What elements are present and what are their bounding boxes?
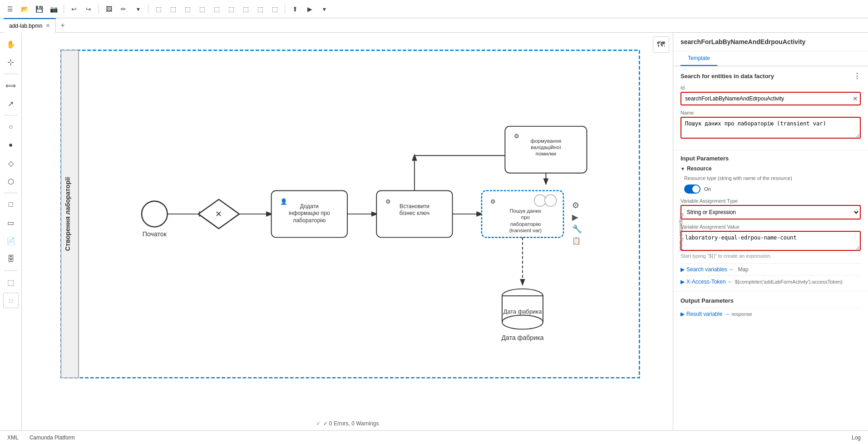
search-vars-row[interactable]: ▶ Search variables ← Map (681, 263, 861, 275)
svg-text:🔧: 🔧 (572, 224, 582, 234)
x-access-direction-icon: ← (728, 279, 733, 285)
select-tool[interactable]: ⊹ (3, 55, 19, 70)
svg-text:лабораторію: лабораторію (293, 217, 326, 224)
tool-sep1 (4, 74, 18, 74)
dashed-tool[interactable]: ⬚ (3, 293, 19, 308)
align3-btn[interactable]: ⬚ (181, 3, 194, 15)
statusbar: XML Camunda Platform Log (0, 430, 868, 444)
id-input[interactable] (681, 92, 861, 105)
save-btn[interactable]: 💾 (33, 3, 45, 15)
open-btn[interactable]: 📂 (18, 3, 31, 15)
canvas-area[interactable]: 🗺 Створення лабораторії Початок ✕ 👤 До (22, 33, 673, 430)
tab-add-lab[interactable]: add-lab.bpmn ✕ (4, 18, 56, 33)
svg-text:формування: формування (531, 138, 562, 144)
rect-tool[interactable]: □ (3, 197, 19, 212)
resource-label[interactable]: ▼ Resource (681, 165, 861, 172)
toggle-row: On (681, 185, 861, 194)
section-more-btn[interactable]: ⋮ (853, 72, 861, 80)
rounded-rect-tool[interactable]: ▭ (3, 215, 19, 230)
align6-btn[interactable]: ⬚ (225, 3, 237, 15)
align7-btn[interactable]: ⬚ (239, 3, 252, 15)
svg-text:⚙: ⚙ (385, 198, 391, 205)
props-tab-template[interactable]: Template (681, 51, 717, 66)
section-title: Search for entities in data factory ⋮ (681, 72, 861, 80)
svg-point-4 (142, 201, 168, 227)
result-var-row[interactable]: ▶ Result variable → response (681, 308, 861, 320)
tab-close-btn[interactable]: ✕ (46, 23, 50, 29)
output-params-section: Output Parameters ▶ Result variable → re… (673, 291, 868, 325)
x-access-label: X-Access-Token (686, 279, 726, 285)
resource-label-text: Resource (687, 165, 712, 172)
sep1 (64, 5, 64, 14)
diamond2-tool[interactable]: ⬡ (3, 174, 19, 189)
menu-btn[interactable]: ☰ (4, 3, 16, 15)
bpmn-diagram: Створення лабораторії Початок ✕ 👤 Додати… (22, 33, 673, 430)
redo-btn[interactable]: ↪ (82, 3, 95, 15)
svg-text:Встановити: Встановити (399, 203, 429, 210)
sep3 (148, 5, 148, 14)
diamond-tool[interactable]: ◇ (3, 155, 19, 171)
resource-chevron-icon: ▼ (681, 166, 685, 171)
doc-tool[interactable]: 📄 (3, 233, 19, 249)
svg-text:Пошук даних: Пошук даних (509, 208, 541, 214)
svg-text:⚙: ⚙ (572, 201, 579, 210)
canvas-status: ✓ ✓ 0 Errors, 0 Warnings (316, 420, 379, 427)
align5-btn[interactable]: ⬚ (210, 3, 223, 15)
props-title: searchForLabByNameAndEdrpouActivity (681, 38, 861, 45)
properties-panel: searchForLabByNameAndEdrpouActivity Temp… (673, 33, 868, 430)
tool-sep4 (4, 270, 18, 271)
svg-text:помилки: помилки (536, 151, 556, 156)
align9-btn[interactable]: ⬚ (268, 3, 281, 15)
filled-circle-tool[interactable]: ● (3, 137, 19, 153)
var-type-select[interactable]: String or Expression List Map (681, 205, 861, 220)
tabbar: add-lab.bpmn ✕ + (0, 18, 868, 33)
input-params-title: Input Parameters (681, 150, 861, 165)
var-value-textarea[interactable] (681, 231, 861, 251)
hand-tool[interactable]: ✋ (3, 36, 19, 52)
props-section-search: Search for entities in data factory ⋮ Id… (673, 66, 868, 150)
run-drop-btn[interactable]: ▾ (318, 3, 330, 15)
swim-tool[interactable]: ⬚ (3, 274, 19, 290)
align4-btn[interactable]: ⬚ (196, 3, 208, 15)
align8-btn[interactable]: ⬚ (254, 3, 266, 15)
search-vars-label: Search variables (686, 266, 727, 273)
screenshot-btn[interactable]: 📷 (47, 3, 60, 15)
x-access-row[interactable]: ▶ X-Access-Token ← ${completer('addLabFo… (681, 275, 861, 288)
props-tabs: Template (673, 51, 868, 66)
id-input-container: ✕ (681, 92, 861, 105)
name-textarea[interactable] (681, 117, 861, 139)
connect-tool[interactable]: ↗ (3, 96, 19, 111)
input-params-section: Input Parameters ▼ Resource Resource typ… (673, 150, 868, 291)
statusbar-log[interactable]: Log (852, 434, 861, 441)
id-field-group: Id ✕ (681, 85, 861, 105)
svg-text:Дата фабрика: Дата фабрика (503, 308, 542, 315)
edit-btn[interactable]: ✏ (117, 3, 130, 15)
minimap-btn[interactable]: 🗺 (653, 36, 669, 53)
align2-btn[interactable]: ⬚ (167, 3, 179, 15)
id-clear-btn[interactable]: ✕ (853, 95, 858, 102)
var-value-label: Variable Assignment Value (681, 224, 861, 229)
align1-btn[interactable]: ⬚ (152, 3, 165, 15)
svg-text:Дата фабрика: Дата фабрика (502, 334, 544, 341)
tool-sep2 (4, 115, 18, 115)
image-btn[interactable]: 🖼 (103, 3, 115, 15)
undo-btn[interactable]: ↩ (68, 3, 80, 15)
svg-text:📋: 📋 (572, 236, 581, 245)
local-var-toggle[interactable] (684, 185, 700, 194)
svg-text:інформацію про: інформацію про (289, 210, 330, 216)
tab-add-btn[interactable]: + (56, 21, 69, 30)
svg-text:Створення лабораторії: Створення лабораторії (64, 177, 71, 251)
db-tool[interactable]: 🗄 (3, 251, 19, 267)
search-vars-map-arrow-icon: ← (729, 266, 734, 273)
run-btn[interactable]: ▶ (303, 3, 316, 15)
svg-text:валідаційної: валідаційної (531, 145, 561, 150)
sep2 (99, 5, 99, 14)
name-label: Name (681, 110, 861, 115)
circle-tool[interactable]: ○ (3, 119, 19, 135)
statusbar-xml[interactable]: XML (7, 434, 19, 441)
move-tool[interactable]: ⟺ (3, 78, 19, 93)
edit-drop-btn[interactable]: ▾ (132, 3, 144, 15)
svg-text:бізнес ключ: бізнес ключ (399, 210, 429, 216)
export-btn[interactable]: ⬆ (289, 3, 301, 15)
tab-label: add-lab.bpmn (9, 23, 42, 29)
